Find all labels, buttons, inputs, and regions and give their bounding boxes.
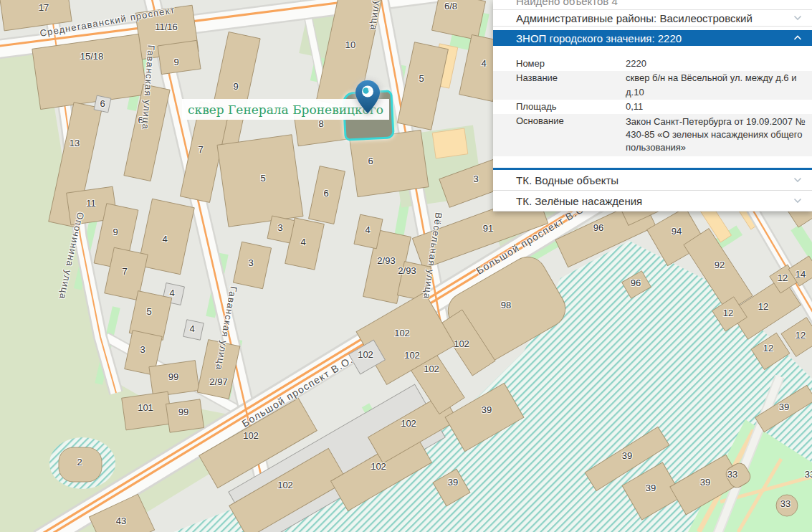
app-window: сквер Генерала Броневицкого 1711/1615/18… [0,0,812,532]
detail-value: 0,11 [626,100,812,114]
section-znop-title: ЗНОП городского значения: 2220 [516,32,793,44]
detail-row: Площадь0,11 [493,100,812,114]
section-collapsed[interactable]: ТК. Зелёные насаждения [493,191,812,212]
section-collapsed[interactable]: ТК. Водные объекты [493,170,812,191]
section-znop[interactable]: ЗНОП городского значения: 2220 [493,30,812,46]
detail-label: Площадь [516,100,626,114]
section-title: ТК. Водные объекты [516,174,793,186]
results-count: Найдено объектов 4 [493,0,812,10]
detail-label: Основание [516,114,626,156]
chevron-up-icon [793,35,802,41]
section-admin-districts-title: Административные районы: Василеостровски… [516,12,793,24]
detail-row: Названиесквер б/н на Вёсельной ул. между… [493,71,812,100]
chevron-down-icon [793,198,802,204]
info-panel: Найдено объектов 4 Административные райо… [493,0,812,212]
chevron-down-icon [793,15,802,21]
detail-row: ОснованиеЗакон Санкт-Петербурга от 19.09… [493,114,812,156]
other-layer-sections: ТК. Водные объектыТК. Зелёные насаждения [493,170,812,212]
detail-label: Номер [516,57,626,71]
detail-value: сквер б/н на Вёсельной ул. между д.6 и д… [626,71,812,100]
detail-value: Закон Санкт-Петербурга от 19.09.2007 № 4… [626,114,812,156]
map-pin-icon[interactable] [355,80,380,113]
detail-label: Название [516,71,626,100]
detail-row: Номер2220 [493,57,812,71]
section-title: ТК. Зелёные насаждения [516,195,793,207]
section-admin-districts[interactable]: Административные районы: Василеостровски… [493,10,812,27]
results-count-text: Найдено объектов 4 [516,0,618,7]
selected-object-label-text: сквер Генерала Броневицкого [188,103,383,117]
detail-value: 2220 [626,57,812,71]
details-table: Номер2220Названиесквер б/н на Вёсельной … [493,57,812,156]
chevron-down-icon [793,177,802,183]
